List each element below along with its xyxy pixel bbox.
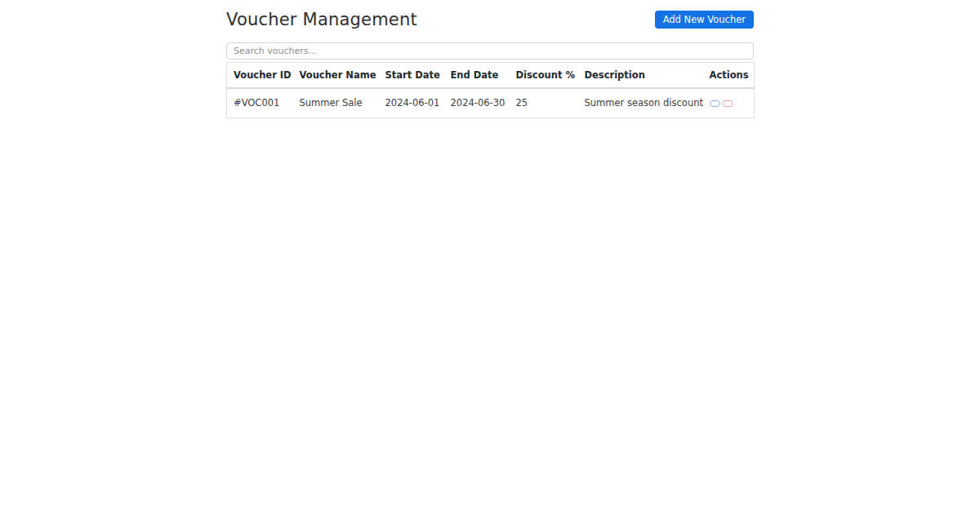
- edit-button[interactable]: [710, 100, 720, 107]
- column-header-actions: Actions: [703, 63, 755, 89]
- column-header-discount: Discount %: [510, 63, 578, 89]
- table-header: Voucher ID Voucher Name Start Date End D…: [227, 63, 755, 89]
- add-new-voucher-button[interactable]: Add New Voucher: [655, 11, 754, 29]
- voucher-management-page: Voucher Management Add New Voucher Vouch…: [226, 0, 754, 118]
- search-input[interactable]: [226, 42, 754, 60]
- table-row: #VOC001 Summer Sale 2024-06-01 2024-06-3…: [227, 88, 755, 118]
- column-header-end-date: End Date: [444, 63, 510, 89]
- cell-voucher-name: Summer Sale: [293, 88, 379, 118]
- row-actions: [710, 99, 748, 107]
- cell-description: Summer season discount: [578, 88, 703, 118]
- delete-button[interactable]: [723, 100, 733, 107]
- cell-end-date: 2024-06-30: [444, 88, 510, 118]
- table-header-row: Voucher ID Voucher Name Start Date End D…: [227, 63, 755, 89]
- cell-start-date: 2024-06-01: [379, 88, 444, 118]
- cell-discount: 25: [510, 88, 578, 118]
- table-body: #VOC001 Summer Sale 2024-06-01 2024-06-3…: [227, 88, 755, 118]
- cell-voucher-id: #VOC001: [227, 88, 293, 118]
- column-header-description: Description: [578, 63, 703, 89]
- cell-actions: [703, 88, 755, 118]
- column-header-voucher-name: Voucher Name: [293, 63, 379, 89]
- vouchers-table: Voucher ID Voucher Name Start Date End D…: [226, 62, 755, 118]
- page-title: Voucher Management: [226, 10, 417, 29]
- column-header-voucher-id: Voucher ID: [227, 63, 293, 89]
- column-header-start-date: Start Date: [379, 63, 444, 89]
- page-header: Voucher Management Add New Voucher: [226, 10, 754, 29]
